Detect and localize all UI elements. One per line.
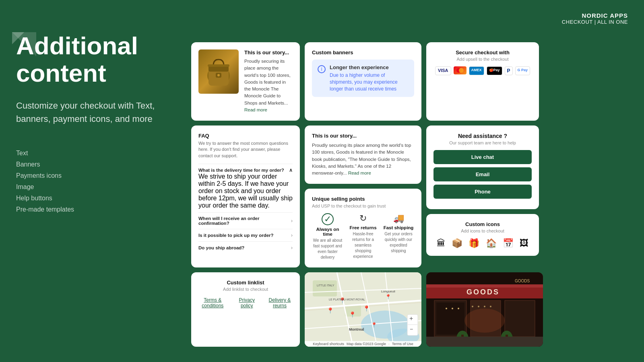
banner-title: Custom banners <box>312 49 414 56</box>
usp-card: Unique selling points Add USP to the che… <box>305 189 421 267</box>
story2-title: This is our story... <box>312 133 414 139</box>
svg-point-57 <box>490 306 491 307</box>
svg-text:Longueuil: Longueuil <box>381 290 395 293</box>
usp-item-1: ↻ Free returns Hassle-free returns for a… <box>347 213 379 260</box>
svg-point-54 <box>472 306 473 307</box>
delivery-link[interactable]: Delivery & reurns <box>267 297 293 309</box>
svg-point-56 <box>484 306 485 307</box>
assist-card: Need assistance ? Our support team are h… <box>426 125 539 209</box>
faq-item-1[interactable]: When will I receive an order confirmatio… <box>198 212 293 229</box>
svg-text:−: − <box>410 326 413 332</box>
faq-item-0[interactable]: What is the delivery time for my order? … <box>198 164 293 212</box>
svg-text:LE PLATEAU-MONT-ROYAL: LE PLATEAU-MONT-ROYAL <box>329 298 365 301</box>
custom-icons-title: Custom icons <box>433 221 532 227</box>
icons-card: Custom icons Add icons to checkout 🏛 📦 🎁… <box>426 214 539 256</box>
svg-text:GOODS: GOODS <box>466 288 500 296</box>
banner-content: Longer then experience Due to a higher v… <box>330 64 409 92</box>
store-interior: GOODS <box>426 272 543 347</box>
subtitle: Customize your checkout with Text, banne… <box>16 99 185 125</box>
svg-point-55 <box>478 306 479 307</box>
svg-text:📍: 📍 <box>349 311 356 318</box>
phone-button[interactable]: Phone <box>433 185 532 199</box>
faq-item-2[interactable]: Is it possible to pick up my order? › <box>198 229 293 241</box>
faq-q2: Is it possible to pick up my order? <box>198 233 274 238</box>
google-pay-icon: G Pay <box>515 66 530 75</box>
map-dot: · <box>388 342 390 346</box>
store-icon: 🏛 <box>437 238 446 249</box>
nav-help[interactable]: Help buttons <box>16 195 185 202</box>
home-icon: 🏠 <box>486 238 497 249</box>
banner-notice: i Longer then experience Due to a higher… <box>312 60 414 97</box>
banner-card: Custom banners i Longer then experience … <box>305 42 421 121</box>
nav-templates[interactable]: Pre-made templates <box>16 206 185 213</box>
amex-icon: AMEX <box>469 66 484 75</box>
svg-text:LITTLE ITALY: LITTLE ITALY <box>317 284 334 287</box>
usp-item-2: 🚚 Fast shipping Get your orders quickly … <box>383 213 414 260</box>
row1: This is our story... Proudly securing it… <box>191 42 634 121</box>
usp-title: Unique selling points <box>312 196 414 202</box>
row2: FAQ We try to answer the most common que… <box>191 125 634 267</box>
assist-title: Need assistance ? <box>433 133 532 139</box>
story2-card: This is our story... Proudly securing it… <box>305 125 421 184</box>
nav-text[interactable]: Text <box>16 150 185 157</box>
nav-list: Text Banners Payments icons Image Help b… <box>16 150 185 213</box>
usp-sub: Add USP to the checkout to gain trust <box>312 204 414 208</box>
paypal-icon: P <box>505 66 513 75</box>
story-title: This is our story... <box>244 49 293 56</box>
linklist-sub: Add linklist to checkout <box>198 287 293 292</box>
faq-a0: We strive to ship your order within 2-5 … <box>198 173 293 209</box>
faq-title: FAQ <box>198 133 293 139</box>
store-image-card: GOODS <box>426 272 543 347</box>
story-body: Proudly securing its place among the wor… <box>244 58 293 113</box>
svg-point-53 <box>458 308 459 309</box>
faq-q3: Do you ship abroad? <box>198 245 244 250</box>
banner-notice-title: Longer then experience <box>330 64 409 70</box>
usp-title-1: Free returns <box>347 225 379 230</box>
email-button[interactable]: Email <box>433 167 532 181</box>
row3: Custom linklist Add linklist to checkout… <box>191 272 634 347</box>
assist-sub: Our support team are here to help <box>433 140 532 145</box>
svg-point-6 <box>217 74 220 76</box>
custom-icons-list: 🏛 📦 🎁 🏠 📅 🖼 <box>433 238 532 249</box>
nav-image[interactable]: Image <box>16 183 185 191</box>
linklist-title: Custom linklist <box>198 280 293 286</box>
returns-icon: ↻ <box>347 213 379 224</box>
mastercard-icon <box>454 66 466 74</box>
top-branding: NORDIC APPS CHECKOUT | ALL IN ONE <box>562 12 628 25</box>
privacy-link[interactable]: Privacy policy <box>237 297 257 309</box>
nav-payments[interactable]: Payments icons <box>16 172 185 179</box>
calendar-icon: 📅 <box>503 238 514 249</box>
svg-point-45 <box>464 309 505 333</box>
col2-row2: This is our story... Proudly securing it… <box>305 125 421 267</box>
usp-body-2: Get your orders quickly with our expedit… <box>383 231 414 254</box>
shipping-icon: 🚚 <box>383 213 414 224</box>
secure-title: Secure checkout with <box>433 49 532 56</box>
usp-item-0: ✓ Always on time We are all about fast s… <box>312 213 343 260</box>
svg-rect-50 <box>426 337 543 347</box>
brand-sub: CHECKOUT | ALL IN ONE <box>562 19 628 25</box>
map-shortcuts: Keyboard shortcuts <box>313 342 344 346</box>
faq-item-3[interactable]: Do you ship abroad? › <box>198 241 293 254</box>
svg-text:+: + <box>409 315 413 322</box>
visa-icon: VISA <box>435 66 451 75</box>
live-chat-button[interactable]: Live chat <box>433 150 532 164</box>
apple-pay-icon: 🍎Pay <box>487 66 502 75</box>
chevron-up-icon: ∧ <box>289 167 293 173</box>
map-background: 📍 📍 📍 📍 📍 📍 Longueuil Montreal LITTLE IT… <box>305 272 421 347</box>
terms-link[interactable]: Terms & conditions <box>198 297 227 309</box>
nav-banners[interactable]: Banners <box>16 161 185 168</box>
story2-read-more[interactable]: Read more <box>348 171 371 175</box>
linklist-links: Terms & conditions Privacy policy Delive… <box>198 297 293 309</box>
svg-rect-8 <box>208 64 229 67</box>
gift-icon: 🎁 <box>469 238 479 249</box>
map-terms: Terms of Use <box>392 342 413 346</box>
svg-text:📍: 📍 <box>363 305 370 312</box>
usp-title-2: Fast shipping <box>383 225 414 230</box>
image-icon: 🖼 <box>520 238 528 249</box>
svg-text:📍: 📍 <box>327 307 334 314</box>
story-read-more[interactable]: Read more <box>244 107 267 112</box>
svg-text:Montreal: Montreal <box>349 327 364 331</box>
chevron-right-icon: › <box>291 218 293 224</box>
story-text: This is our story... Proudly securing it… <box>244 49 293 113</box>
usp-body-1: Hassle-free returns for a seamless shopp… <box>347 231 379 259</box>
